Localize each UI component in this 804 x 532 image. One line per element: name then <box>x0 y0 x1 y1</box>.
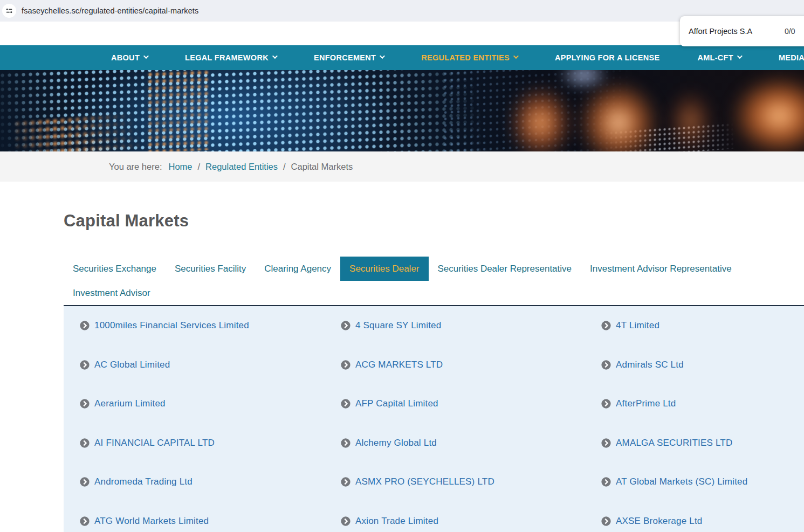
entities-grid: 1000miles Financial Services Limited4 Sq… <box>64 306 804 532</box>
entity-link-1000miles-financial-services-limited[interactable]: 1000miles Financial Services Limited <box>80 320 341 331</box>
circle-arrow-right-icon <box>601 477 611 487</box>
entity-label: AI FINANCIAL CAPITAL LTD <box>94 438 215 448</box>
entity-link-admirals-sc-ltd[interactable]: Admirals SC Ltd <box>601 360 804 370</box>
entity-link-acg-markets-ltd[interactable]: ACG MARKETS LTD <box>341 360 601 370</box>
nav-item-label: AML-CFT <box>697 53 733 62</box>
entity-label: AXSE Brokerage Ltd <box>616 516 702 527</box>
entity-label: Andromeda Trading Ltd <box>94 476 193 487</box>
entity-link-4-square-sy-limited[interactable]: 4 Square SY Limited <box>341 320 601 331</box>
find-query-input[interactable]: Affort Projects S.A <box>689 27 752 36</box>
entity-label: 1000miles Financial Services Limited <box>94 320 249 331</box>
circle-arrow-right-icon <box>80 321 90 330</box>
breadcrumb: You are here: Home/Regulated Entities/Ca… <box>0 151 804 182</box>
entity-link-aerarium-limited[interactable]: Aerarium Limited <box>80 398 341 409</box>
breadcrumb-separator: / <box>197 162 200 171</box>
hero-image <box>0 70 804 151</box>
nav-item-label: LEGAL FRAMEWORK <box>185 53 269 62</box>
tab-securities-dealer-representative[interactable]: Securities Dealer Representative <box>429 257 581 281</box>
entity-link-axion-trade-limited[interactable]: Axion Trade Limited <box>341 516 601 527</box>
category-tabs: Securities ExchangeSecurities FacilityCl… <box>64 257 804 305</box>
circle-arrow-right-icon <box>80 360 90 370</box>
nav-item-applying-for-a-license[interactable]: APPLYING FOR A LICENSE <box>555 53 659 62</box>
circle-arrow-right-icon <box>601 399 611 409</box>
entity-label: AMALGA SECURITIES LTD <box>616 438 732 448</box>
nav-item-label: MEDIA CORNER <box>779 53 804 62</box>
hero-orange-led-column <box>147 70 210 151</box>
circle-arrow-right-icon <box>341 516 351 526</box>
breadcrumb-item-home[interactable]: Home <box>168 162 192 171</box>
chevron-down-icon <box>143 53 149 59</box>
entity-label: Alchemy Global Ltd <box>355 438 437 448</box>
breadcrumb-item-capital-markets: Capital Markets <box>291 162 353 171</box>
url-text[interactable]: fsaseychelles.sc/regulated-entities/capi… <box>22 6 198 15</box>
page-title: Capital Markets <box>64 211 189 231</box>
circle-arrow-right-icon <box>341 399 351 409</box>
circle-arrow-right-icon <box>601 516 611 526</box>
tab-securities-exchange[interactable]: Securities Exchange <box>64 257 166 281</box>
circle-arrow-right-icon <box>80 399 90 409</box>
entity-label: Aerarium Limited <box>94 398 166 409</box>
nav-item-legal-framework[interactable]: LEGAL FRAMEWORK <box>185 53 276 62</box>
entity-label: Admirals SC Ltd <box>616 360 684 370</box>
nav-item-media-corner[interactable]: MEDIA CORNER <box>779 53 804 62</box>
chevron-down-icon <box>380 53 385 59</box>
entity-link-axse-brokerage-ltd[interactable]: AXSE Brokerage Ltd <box>601 516 804 527</box>
tab-clearing-agency[interactable]: Clearing Agency <box>255 257 340 281</box>
entity-link-asmx-pro-seychelles-ltd[interactable]: ASMX PRO (SEYCHELLES) LTD <box>341 476 601 487</box>
entities-panel: 1000miles Financial Services Limited4 Sq… <box>64 305 804 532</box>
entity-label: ATG World Markets Limited <box>94 516 209 527</box>
entity-link-andromeda-trading-ltd[interactable]: Andromeda Trading Ltd <box>80 476 341 487</box>
nav-item-label: ABOUT <box>111 53 140 62</box>
circle-arrow-right-icon <box>341 438 351 448</box>
tab-investment-advisor-representative[interactable]: Investment Advisor Representative <box>581 257 741 281</box>
entity-link-alchemy-global-ltd[interactable]: Alchemy Global Ltd <box>341 438 601 448</box>
circle-arrow-right-icon <box>601 360 611 370</box>
circle-arrow-right-icon <box>80 477 90 487</box>
entity-link-atg-world-markets-limited[interactable]: ATG World Markets Limited <box>80 516 341 527</box>
circle-arrow-right-icon <box>341 321 351 330</box>
circle-arrow-right-icon <box>341 477 351 487</box>
circle-arrow-right-icon <box>601 438 611 448</box>
circle-arrow-right-icon <box>80 516 90 526</box>
entity-label: ASMX PRO (SEYCHELLES) LTD <box>355 476 494 487</box>
nav-item-about[interactable]: ABOUT <box>111 53 147 62</box>
entity-label: AT Global Markets (SC) Limited <box>616 476 747 487</box>
tab-securities-facility[interactable]: Securities Facility <box>166 257 255 281</box>
site-settings-icon[interactable] <box>2 4 16 18</box>
nav-item-label: APPLYING FOR A LICENSE <box>555 53 659 62</box>
tab-investment-advisor[interactable]: Investment Advisor <box>64 281 160 305</box>
nav-item-label: REGULATED ENTITIES <box>421 53 510 62</box>
entity-link-ai-financial-capital-ltd[interactable]: AI FINANCIAL CAPITAL LTD <box>80 438 341 448</box>
entity-link-afp-capital-limited[interactable]: AFP Capital Limited <box>341 398 601 409</box>
entity-label: AfterPrime Ltd <box>616 398 676 409</box>
breadcrumb-separator: / <box>283 162 286 171</box>
hero-bokeh-light <box>731 75 804 151</box>
entity-label: 4 Square SY Limited <box>355 320 441 331</box>
entity-link-4t-limited[interactable]: 4T Limited <box>601 320 804 331</box>
entity-label: 4T Limited <box>616 320 659 331</box>
nav-item-regulated-entities[interactable]: REGULATED ENTITIES <box>421 53 517 62</box>
circle-arrow-right-icon <box>341 360 351 370</box>
breadcrumb-prefix: You are here: <box>109 162 162 172</box>
circle-arrow-right-icon <box>80 438 90 448</box>
circle-arrow-right-icon <box>601 321 611 330</box>
main-nav: ABOUTLEGAL FRAMEWORKENFORCEMENTREGULATED… <box>0 45 804 70</box>
hero-bokeh-light <box>668 89 713 151</box>
find-in-page-bar[interactable]: Affort Projects S.A 0/0 <box>680 16 804 46</box>
chevron-down-icon <box>513 53 519 59</box>
entity-label: ACG MARKETS LTD <box>355 360 443 370</box>
entity-link-at-global-markets-sc-limited[interactable]: AT Global Markets (SC) Limited <box>601 476 804 487</box>
breadcrumb-item-regulated-entities[interactable]: Regulated Entities <box>205 162 278 171</box>
entity-link-amalga-securities-ltd[interactable]: AMALGA SECURITIES LTD <box>601 438 804 448</box>
entity-link-afterprime-ltd[interactable]: AfterPrime Ltd <box>601 398 804 409</box>
nav-item-aml-cft[interactable]: AML-CFT <box>697 53 741 62</box>
entity-label: Axion Trade Limited <box>355 516 438 527</box>
nav-item-label: ENFORCEMENT <box>314 53 376 62</box>
chevron-down-icon <box>737 53 743 59</box>
entity-link-ac-global-limited[interactable]: AC Global Limited <box>80 360 341 370</box>
tab-securities-dealer[interactable]: Securities Dealer <box>340 257 428 281</box>
entity-label: AFP Capital Limited <box>355 398 438 409</box>
entity-label: AC Global Limited <box>94 360 170 370</box>
nav-item-enforcement[interactable]: ENFORCEMENT <box>314 53 383 62</box>
chevron-down-icon <box>272 53 278 59</box>
